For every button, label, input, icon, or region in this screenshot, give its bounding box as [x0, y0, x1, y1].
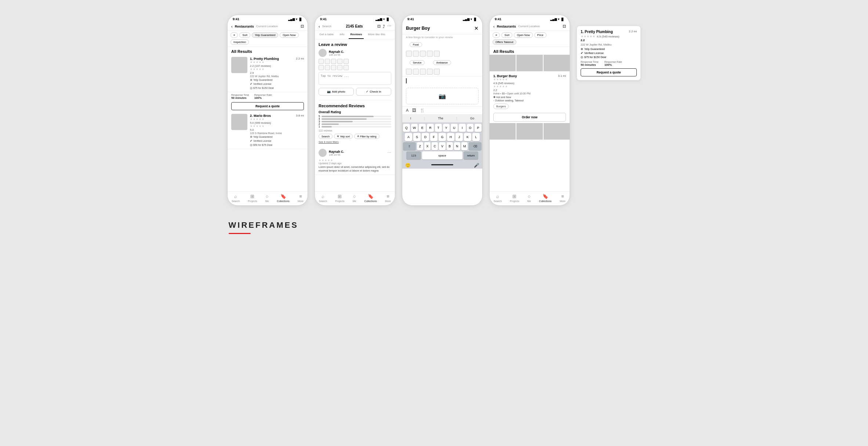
big-star-9[interactable] — [427, 69, 433, 75]
key-g[interactable]: G — [439, 133, 446, 141]
see-more-2[interactable]: See 8 more filters — [319, 141, 391, 143]
tab-get-table[interactable]: Get a table — [318, 30, 335, 39]
bottom-nav-me-2[interactable]: ○ Me — [353, 194, 356, 202]
star-3[interactable] — [331, 59, 336, 64]
star-5[interactable] — [344, 59, 349, 64]
bottom-nav-me-4[interactable]: ○ Me — [527, 194, 531, 202]
order-now-btn-4[interactable]: Order now — [493, 113, 566, 122]
chip-search-2[interactable]: Search — [319, 134, 333, 139]
filter-sliders-btn[interactable]: ≡ — [230, 32, 238, 38]
close-btn-3[interactable]: ✕ — [474, 25, 479, 31]
key-l[interactable]: L — [472, 133, 480, 141]
review-textarea-2[interactable] — [319, 72, 391, 85]
card-quote-btn[interactable]: Request a quote — [581, 68, 637, 76]
category-tag-food-3[interactable]: Food — [410, 42, 422, 47]
bottom-nav-search-1[interactable]: ⌕ Search — [232, 194, 240, 202]
price-btn-4[interactable]: Price — [534, 32, 546, 38]
key-d[interactable]: D — [422, 133, 429, 141]
bottom-nav-projects-4[interactable]: ⊞ Projects — [510, 194, 519, 202]
bottom-nav-collections-1[interactable]: 🔖 Collections — [277, 194, 290, 202]
key-v[interactable]: V — [439, 142, 445, 150]
key-i[interactable]: I — [459, 124, 466, 132]
tab-reviews[interactable]: Reviews — [349, 30, 363, 39]
key-123[interactable]: 123 — [406, 151, 421, 159]
chip-by-rating-2[interactable]: ⊘ Filter by rating — [354, 134, 379, 139]
big-star-10[interactable] — [434, 69, 440, 75]
suggestion-i-3[interactable]: I — [410, 116, 411, 120]
big-star-8[interactable] — [420, 69, 426, 75]
key-o[interactable]: O — [467, 124, 474, 132]
key-m[interactable]: M — [461, 142, 468, 150]
star-1[interactable] — [319, 59, 324, 64]
filter-sliders-btn-4[interactable]: ≡ — [493, 32, 500, 38]
more-dots-2[interactable]: ⋯ — [387, 151, 391, 155]
key-space[interactable]: space — [422, 151, 462, 159]
big-star-6[interactable] — [406, 69, 412, 75]
back-arrow-4[interactable]: ‹ — [493, 24, 495, 29]
star-6[interactable] — [319, 65, 324, 70]
badge-burgers-4[interactable]: Burgers — [493, 104, 509, 109]
emoji-btn-3[interactable]: 🙂 — [405, 163, 411, 168]
share-icon-2[interactable]: ⤴ — [383, 24, 385, 29]
star-8[interactable] — [331, 65, 336, 70]
text-input-area-3[interactable] — [402, 76, 482, 86]
big-star-7[interactable] — [413, 69, 419, 75]
bottom-nav-more-2[interactable]: ≡ More — [385, 194, 391, 202]
key-y[interactable]: Y — [443, 124, 450, 132]
bottom-nav-me-1[interactable]: ○ Me — [265, 194, 269, 202]
key-w[interactable]: W — [411, 124, 418, 132]
offers-takeout-btn-4[interactable]: Offers Takeout — [493, 39, 516, 45]
key-c[interactable]: C — [432, 142, 438, 150]
key-q[interactable]: Q — [403, 124, 410, 132]
font-tool-3[interactable]: A — [406, 108, 408, 113]
open-now-btn[interactable]: Open Now — [280, 32, 298, 38]
bottom-nav-more-1[interactable]: ≡ More — [298, 194, 304, 202]
star-4[interactable] — [337, 59, 342, 64]
bottom-nav-collections-2[interactable]: 🔖 Collections — [364, 194, 377, 202]
key-p[interactable]: P — [475, 124, 482, 132]
tab-info[interactable]: Info — [338, 30, 346, 39]
mic-btn-3[interactable]: 🎤 — [474, 163, 479, 168]
sort-btn[interactable]: Sort — [239, 32, 250, 38]
star-7[interactable] — [325, 65, 330, 70]
key-f[interactable]: F — [430, 133, 437, 141]
back-arrow-2[interactable]: ‹ — [319, 24, 320, 29]
key-j[interactable]: J — [455, 133, 463, 141]
back-arrow-1[interactable]: ‹ — [231, 24, 233, 29]
big-star-1[interactable] — [406, 51, 412, 57]
sort-btn-4[interactable]: Sort — [501, 32, 512, 38]
quote-btn-1[interactable]: Request a quote — [231, 102, 304, 110]
key-t[interactable]: T — [435, 124, 442, 132]
yelp-guaranteed-btn[interactable]: Yelp Guaranteed — [252, 32, 278, 38]
key-r[interactable]: R — [427, 124, 434, 132]
key-k[interactable]: K — [464, 133, 471, 141]
bookmark-icon-2[interactable]: ⊡ — [377, 24, 381, 29]
bottom-nav-search-4[interactable]: ⌕ Search — [494, 194, 502, 202]
tab-more-like-this[interactable]: More like this — [367, 30, 387, 39]
inspection-btn[interactable]: Inspection — [230, 39, 249, 45]
suggestion-the-3[interactable]: The — [438, 116, 443, 120]
more-icon-2[interactable]: ⋯ — [387, 24, 391, 29]
suggestion-go-3[interactable]: Go — [470, 116, 474, 120]
bookmark-icon-4[interactable]: ⊡ — [563, 24, 566, 29]
chip-yelp-sort-2[interactable]: ⊛ Yelp sort — [334, 134, 353, 139]
big-star-4[interactable] — [427, 51, 433, 57]
key-shift[interactable]: ⇧ — [403, 142, 416, 150]
big-star-3[interactable] — [420, 51, 426, 57]
key-b[interactable]: B — [447, 142, 453, 150]
bottom-nav-more-4[interactable]: ≡ More — [560, 194, 566, 202]
key-return[interactable]: return — [464, 151, 478, 159]
check-in-btn-2[interactable]: ✓ Check In — [356, 88, 391, 96]
photo-upload-area-3[interactable]: 📷 — [406, 88, 479, 104]
listing-item-1[interactable]: 1. Pretty Plumbing 2.2 mi ★★★★★ 2.2 (137… — [228, 55, 308, 92]
listing-item-2[interactable]: 2. Mario Bros 3.8 mi ★★★★★ 5.0 (999 revi… — [228, 112, 308, 149]
key-z[interactable]: Z — [417, 142, 423, 150]
key-u[interactable]: U — [451, 124, 458, 132]
star-9[interactable] — [337, 65, 342, 70]
key-e[interactable]: E — [419, 124, 426, 132]
add-photo-btn-2[interactable]: 📷 Add photo — [319, 88, 354, 96]
image-tool-3[interactable]: 🖼 — [412, 108, 416, 113]
key-a[interactable]: A — [405, 133, 412, 141]
fork-tool-3[interactable]: 🍴 — [420, 108, 425, 113]
key-n[interactable]: N — [454, 142, 460, 150]
